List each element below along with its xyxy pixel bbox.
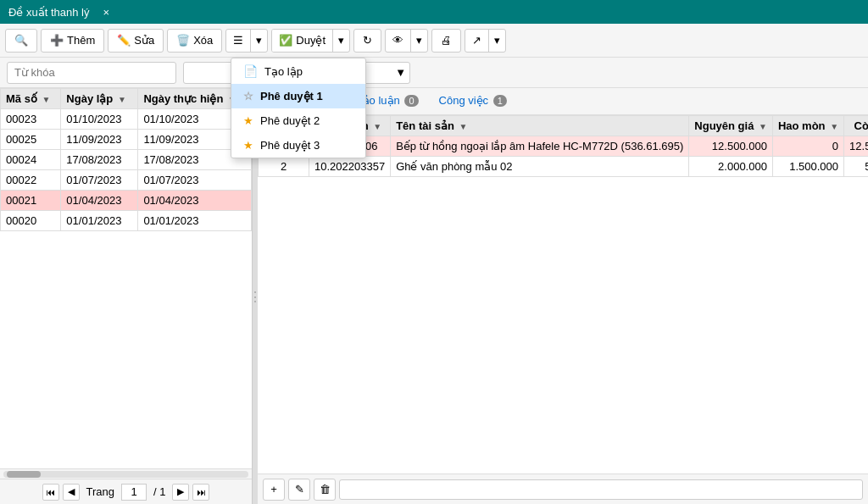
eye-main-button[interactable]: 👁 (386, 30, 411, 52)
print-button[interactable]: 🖨 (431, 29, 461, 53)
left-table: Mã số ▼ Ngày lập ▼ Ngày thực hiện ▼ (0, 88, 252, 468)
search-icon: 🔍 (14, 34, 28, 47)
star-fill-icon: ★ (243, 139, 253, 152)
menu-dropdown-arrow[interactable]: ▾ (251, 30, 267, 52)
cell-ngay-lap: 17/08/2023 (61, 150, 138, 170)
star-outline-icon: ☆ (243, 90, 253, 102)
col-nguyen-gia: Nguyên giá ▼ (689, 116, 773, 136)
search-icon-button[interactable]: 🔍 (5, 29, 37, 53)
delete-asset-button[interactable]: 🗑 (314, 479, 336, 501)
cell-ma-so: 00023 (1, 109, 61, 130)
cell-ngay-thuc-hien: 01/01/2023 (138, 211, 252, 231)
cell-ma-so: 00022 (1, 170, 61, 191)
right-bottom-bar: + ✎ 🗑 (258, 474, 868, 504)
eye-split-button: 👁 ▾ (385, 29, 428, 53)
tab-cong-viec[interactable]: Công việc 1 (429, 89, 517, 114)
filter-nguyen-gia-icon[interactable]: ▼ (759, 122, 767, 131)
filter-ten-ts-icon[interactable]: ▼ (459, 122, 467, 131)
table-row[interactable]: 00025 11/09/2023 11/09/2023 (1, 130, 252, 150)
filter-ma-ts-icon[interactable]: ▼ (373, 122, 381, 131)
add-button[interactable]: ➕ Thêm (41, 29, 104, 53)
next-page-button[interactable]: ▶ (172, 484, 189, 501)
dropdown-menu: 📄Tạo lập☆Phê duyệt 1★Phê duyệt 2★Phê duy… (231, 58, 366, 158)
close-button[interactable]: × (100, 6, 114, 19)
search-input[interactable] (7, 62, 176, 84)
add-icon: ➕ (50, 34, 64, 47)
right-table-container: # Mã tài sản ▼ Tên tài sản ▼ Nguyên giá … (258, 115, 868, 474)
refresh-icon: ↻ (363, 34, 372, 47)
cell-nguyen-gia: 2.000.000 (689, 157, 773, 177)
print-icon: 🖨 (441, 34, 452, 47)
filter-ngay-lap-icon[interactable]: ▼ (118, 95, 126, 104)
approve-split-button: ✅ Duyệt ▾ (271, 29, 350, 53)
cell-ngay-lap: 11/09/2023 (61, 130, 138, 150)
page-label: Trang (86, 485, 114, 498)
share-main-button[interactable]: ↗ (465, 30, 489, 52)
menu-icon: ☰ (233, 34, 243, 47)
col-ngay-lap: Ngày lập ▼ (61, 89, 138, 109)
share-dropdown-arrow[interactable]: ▾ (489, 30, 505, 52)
cell-ten-ts: Bếp từ hồng ngoại lắp âm Hafele HC-M772D… (391, 136, 689, 157)
left-pagination: ⏮ ◀ Trang / 1 ▶ ⏭ (0, 479, 252, 504)
toolbar: 🔍 ➕ Thêm ✏️ Sửa 🗑️ Xóa ☰ ▾ ✅ Duyệt ▾ ↻ � (0, 24, 868, 58)
cell-hao-mon: 1.500.000 (772, 157, 843, 177)
scrollbar-track (3, 471, 248, 478)
table-row[interactable]: 00022 01/07/2023 01/07/2023 (1, 170, 252, 191)
doc-icon: 📄 (243, 64, 258, 78)
cell-ten-ts: Ghế văn phòng mẫu 02 (391, 157, 689, 177)
prev-page-button[interactable]: ◀ (63, 484, 80, 501)
trash-icon: 🗑 (320, 483, 331, 496)
cell-ngay-thuc-hien: 01/04/2023 (138, 191, 252, 211)
cell-ma-so: 00021 (1, 191, 61, 211)
page-input[interactable] (121, 484, 147, 501)
dropdown-item-phe_duyet_2[interactable]: ★Phê duyệt 2 (231, 108, 365, 133)
share-split-button: ↗ ▾ (465, 29, 506, 53)
cell-ma-so: 00025 (1, 130, 61, 150)
table-row[interactable]: 00020 01/01/2023 01/01/2023 (1, 211, 252, 231)
menu-main-button[interactable]: ☰ (226, 30, 251, 52)
last-page-button[interactable]: ⏭ (192, 484, 209, 501)
cell-ma-so: 00024 (1, 150, 61, 170)
refresh-button[interactable]: ↻ (353, 29, 381, 53)
search-bar: ▼ Trạng thái ▼ (0, 58, 868, 88)
chevron-down-icon-approve: ▾ (338, 34, 344, 47)
records-table: Mã số ▼ Ngày lập ▼ Ngày thực hiện ▼ (0, 88, 252, 231)
dropdown-item-label: Phê duyệt 1 (260, 90, 323, 102)
col-ma-so: Mã số ▼ (1, 89, 61, 109)
main-content: Mã số ▼ Ngày lập ▼ Ngày thực hiện ▼ (0, 88, 868, 504)
col-hao-mon: Hao mòn ▼ (772, 116, 843, 136)
chevron-down-icon-share: ▾ (494, 34, 500, 47)
cell-con-lai: 12.500.000 (844, 136, 868, 157)
asset-table-row[interactable]: 2 10.202203357 Ghế văn phòng mẫu 02 2.00… (259, 157, 869, 177)
cell-ngay-lap: 01/04/2023 (61, 191, 138, 211)
dropdown-item-label: Phê duyệt 2 (260, 114, 320, 127)
delete-button[interactable]: 🗑️ Xóa (167, 29, 222, 53)
add-asset-button[interactable]: + (263, 479, 285, 501)
dropdown-item-tao_lap[interactable]: 📄Tạo lập (231, 58, 365, 84)
dropdown-item-phe_duyet_1[interactable]: ☆Phê duyệt 1 (231, 84, 365, 108)
filter-hao-mon-icon[interactable]: ▼ (830, 122, 838, 131)
scrollbar-thumb (7, 471, 41, 478)
share-icon: ↗ (472, 34, 481, 47)
cell-ngay-lap: 01/07/2023 (61, 170, 138, 191)
cell-ngay-thuc-hien: 01/07/2023 (138, 170, 252, 191)
table-row[interactable]: 00024 17/08/2023 17/08/2023 (1, 150, 252, 170)
edit-asset-button[interactable]: ✎ (288, 479, 310, 501)
col-ten-ts: Tên tài sản ▼ (391, 116, 689, 136)
total-pages: / 1 (153, 485, 165, 498)
dropdown-item-label: Phê duyệt 3 (260, 139, 320, 152)
table-row[interactable]: 00021 01/04/2023 01/04/2023 (1, 191, 252, 211)
approve-main-button[interactable]: ✅ Duyệt (272, 30, 333, 52)
approve-dropdown-arrow[interactable]: ▾ (333, 30, 349, 52)
dropdown-item-phe_duyet_3[interactable]: ★Phê duyệt 3 (231, 133, 365, 158)
first-page-button[interactable]: ⏮ (42, 484, 59, 501)
eye-dropdown-arrow[interactable]: ▾ (411, 30, 427, 52)
left-horizontal-scrollbar[interactable] (0, 468, 252, 479)
cell-ngay-lap: 01/01/2023 (61, 211, 138, 231)
table-row[interactable]: 00023 01/10/2023 01/10/2023 (1, 109, 252, 130)
add-icon-bottom: + (270, 483, 277, 496)
edit-icon: ✏️ (117, 34, 131, 47)
note-input[interactable] (339, 479, 863, 500)
edit-button[interactable]: ✏️ Sửa (108, 29, 164, 53)
filter-ma-so-icon[interactable]: ▼ (42, 95, 51, 104)
